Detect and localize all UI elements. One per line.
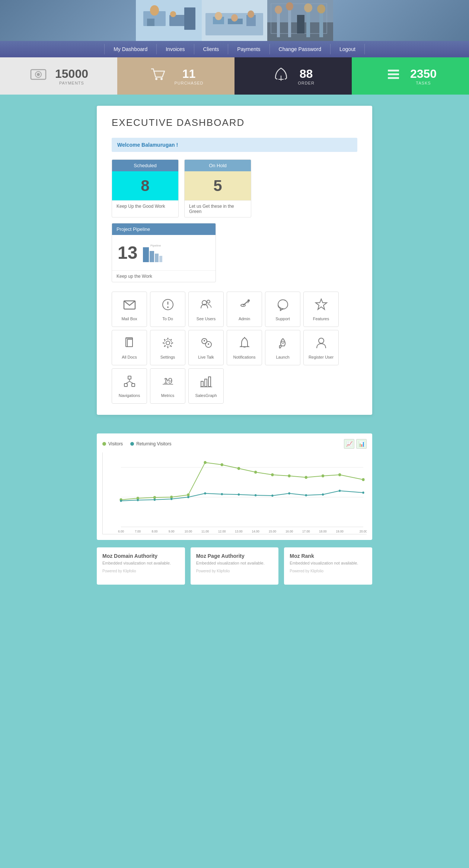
welcome-bar: Welcome Balamurugan ! [112,138,357,152]
tile-admin[interactable]: Admin [227,292,262,327]
moz-row: Moz Domain Authority Embedded visualizat… [97,547,372,585]
navigations-icon [123,375,136,391]
nav-logout[interactable]: Logout [331,44,365,54]
mailbox-icon [123,298,136,314]
alldocs-icon [123,336,136,353]
tile-navigations[interactable]: Navigations [112,368,147,404]
main-container: EXECUTIVE DASHBOARD Welcome Balamurugan … [0,95,469,426]
svg-rect-36 [388,77,399,79]
nav-clients[interactable]: Clients [194,44,229,54]
scheduled-card: Scheduled 8 Keep Up the Good Work [112,159,179,217]
svg-point-47 [207,300,210,303]
tile-launch[interactable]: Launch [265,330,300,365]
tile-seeusers[interactable]: See Users [188,292,224,327]
tile-todo[interactable]: To Do [150,292,185,327]
moz-domain-title: Moz Domain Authority [102,553,179,559]
svg-rect-66 [132,384,135,387]
svg-text:8.00: 8.00 [152,530,158,533]
svg-point-105 [271,495,273,497]
tile-mailbox[interactable]: Mail Box [112,292,147,327]
tasks-icon [384,65,403,87]
moz-rank-card: Moz Rank Embedded visualization not avai… [284,547,372,585]
svg-point-100 [187,496,189,498]
svg-text:11.00: 11.00 [201,530,209,533]
moz-domain-card: Moz Domain Authority Embedded visualizat… [97,547,185,585]
svg-point-60 [208,343,209,345]
svg-point-101 [204,492,206,495]
svg-rect-2 [147,19,154,26]
svg-point-85 [187,493,189,496]
svg-point-13 [231,14,238,22]
svg-text:13.00: 13.00 [235,530,243,533]
legend-returning: Returning Visitors [130,441,172,446]
nav-change-password[interactable]: Change Password [270,44,331,54]
tile-salesgraph[interactable]: SalesGraph [188,368,224,404]
svg-rect-72 [201,381,203,387]
tile-registeruser[interactable]: Register User [303,330,339,365]
svg-text:20.00: 20.00 [360,530,367,533]
svg-point-62 [282,341,284,343]
svg-point-29 [37,73,40,76]
tile-metrics[interactable]: 19 Metrics [150,368,185,404]
svg-rect-65 [124,384,127,387]
metrics-icon: 19 [161,375,175,391]
tasks-number: 2350 [410,67,437,81]
purchased-label: PURCHASED [174,81,203,85]
tile-notifications-label: Notifications [233,355,256,359]
salesgraph-icon [200,375,213,391]
svg-rect-37 [143,247,149,262]
svg-point-23 [286,2,293,10]
scheduled-number: 8 [118,177,173,195]
nav-invoices[interactable]: Invoices [157,44,194,54]
dashboard-title: EXECUTIVE DASHBOARD [112,117,357,128]
svg-point-107 [305,494,307,496]
tile-features[interactable]: Features [303,292,339,327]
svg-point-109 [339,490,341,492]
svg-marker-52 [316,299,327,309]
svg-point-98 [154,499,156,501]
svg-point-104 [255,494,256,496]
svg-rect-64 [128,376,131,379]
notifications-icon [238,336,251,353]
svg-point-14 [248,10,254,18]
tile-todo-label: To Do [162,317,173,321]
svg-rect-39 [155,254,159,262]
onhold-card: On Hold 5 Let us Get these in the Green [184,159,251,217]
chart-bar-button[interactable]: 📊 [356,439,367,449]
visitors-line [121,462,363,500]
svg-text:16.00: 16.00 [285,530,293,533]
payments-info: 15000 PAYMENTS [55,67,88,85]
chart-container: 2000 1000 [102,452,367,534]
line-chart-svg: 2000 1000 [118,452,367,534]
tile-settings[interactable]: Settings [150,330,185,365]
purchased-number: 11 [174,67,203,81]
legend-dot-returning [130,442,134,446]
tile-support[interactable]: Support [265,292,300,327]
svg-point-92 [305,476,307,479]
chart-line-button[interactable]: 📈 [344,439,354,449]
livetalk-icon [200,336,213,353]
purchased-info: 11 PURCHASED [174,67,203,85]
chart-legend: Visitors Returning Visitors 📈 📊 [102,439,367,449]
pipeline-header: Project Pipeline [112,223,216,235]
svg-point-45 [167,306,169,308]
launch-icon [276,336,290,353]
header-banner [0,0,469,41]
tile-admin-label: Admin [239,317,250,321]
moz-page-card: Moz Page Authority Embedded visualizatio… [191,547,279,585]
chart-section: Visitors Returning Visitors 📈 📊 2000 100… [97,433,372,540]
nav-payments[interactable]: Payments [228,44,269,54]
pipeline-card: Project Pipeline 13 Pipeline Keep up the… [112,223,216,282]
pipeline-desc: Keep up the Work [112,270,216,282]
nav-bar: My Dashboard Invoices Clients Payments C… [0,41,469,57]
stats-row: 15000 PAYMENTS 11 PURCHASED 88 [0,57,469,95]
tile-notifications[interactable]: Notifications [227,330,262,365]
stat-tasks: 2350 TASKS [352,57,469,95]
tile-livetalk[interactable]: Live Talk [188,330,224,365]
svg-point-50 [248,299,250,302]
purchased-icon [148,65,167,87]
svg-point-59 [204,340,205,341]
svg-point-31 [160,78,163,80]
tile-alldocs[interactable]: All Docs [112,330,147,365]
nav-my-dashboard[interactable]: My Dashboard [104,44,157,54]
